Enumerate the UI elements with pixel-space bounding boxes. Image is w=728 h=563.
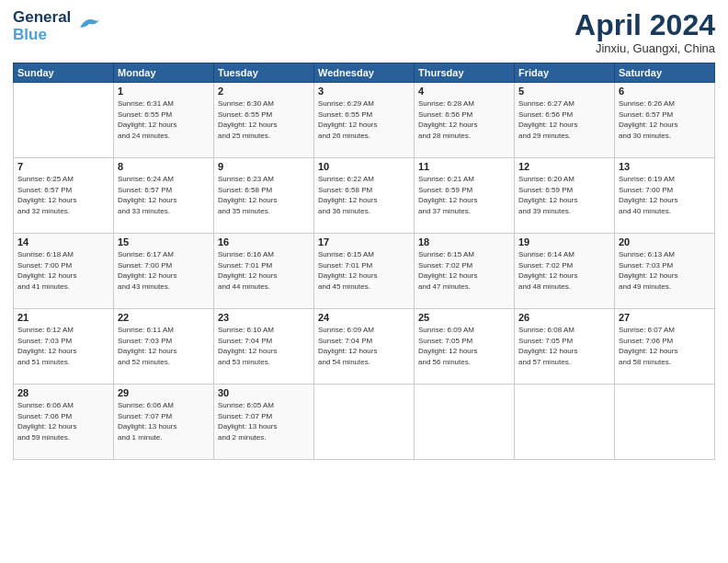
day-number: 2 bbox=[218, 86, 310, 97]
day-number: 19 bbox=[518, 236, 610, 247]
page: General Blue April 2024 Jinxiu, Guangxi,… bbox=[0, 0, 728, 563]
title-block: April 2024 Jinxiu, Guangxi, China bbox=[574, 9, 715, 55]
day-cell: 26Sunrise: 6:08 AM Sunset: 7:05 PM Dayli… bbox=[515, 309, 615, 385]
day-info: Sunrise: 6:14 AM Sunset: 7:02 PM Dayligh… bbox=[518, 249, 610, 292]
day-cell: 23Sunrise: 6:10 AM Sunset: 7:04 PM Dayli… bbox=[214, 309, 314, 385]
day-info: Sunrise: 6:09 AM Sunset: 7:04 PM Dayligh… bbox=[318, 325, 410, 367]
day-info: Sunrise: 6:27 AM Sunset: 6:56 PM Dayligh… bbox=[518, 98, 610, 141]
header-cell-tuesday: Tuesday bbox=[214, 63, 314, 83]
location: Jinxiu, Guangxi, China bbox=[574, 41, 715, 55]
logo-line1: General bbox=[13, 9, 71, 27]
day-info: Sunrise: 6:07 AM Sunset: 7:06 PM Dayligh… bbox=[619, 325, 711, 367]
day-info: Sunrise: 6:28 AM Sunset: 6:56 PM Dayligh… bbox=[418, 98, 510, 141]
day-cell: 25Sunrise: 6:09 AM Sunset: 7:05 PM Dayli… bbox=[415, 309, 515, 385]
header: General Blue April 2024 Jinxiu, Guangxi,… bbox=[13, 9, 715, 55]
day-number: 22 bbox=[118, 312, 210, 323]
week-row-3: 14Sunrise: 6:18 AM Sunset: 7:00 PM Dayli… bbox=[14, 234, 715, 309]
day-cell bbox=[515, 385, 615, 460]
logo-bird-icon bbox=[76, 15, 102, 35]
week-row-4: 21Sunrise: 6:12 AM Sunset: 7:03 PM Dayli… bbox=[14, 309, 715, 385]
day-number: 11 bbox=[418, 161, 510, 172]
day-cell: 8Sunrise: 6:24 AM Sunset: 6:57 PM Daylig… bbox=[114, 158, 214, 234]
day-number: 14 bbox=[17, 236, 109, 247]
day-cell: 3Sunrise: 6:29 AM Sunset: 6:55 PM Daylig… bbox=[314, 83, 415, 158]
day-cell: 13Sunrise: 6:19 AM Sunset: 7:00 PM Dayli… bbox=[615, 158, 715, 234]
day-info: Sunrise: 6:20 AM Sunset: 6:59 PM Dayligh… bbox=[518, 174, 610, 216]
day-cell: 2Sunrise: 6:30 AM Sunset: 6:55 PM Daylig… bbox=[214, 83, 314, 158]
day-cell: 22Sunrise: 6:11 AM Sunset: 7:03 PM Dayli… bbox=[114, 309, 214, 385]
day-number: 4 bbox=[418, 86, 510, 97]
day-number: 16 bbox=[218, 236, 310, 247]
day-info: Sunrise: 6:18 AM Sunset: 7:00 PM Dayligh… bbox=[17, 249, 109, 292]
day-number: 12 bbox=[518, 161, 610, 172]
day-info: Sunrise: 6:15 AM Sunset: 7:02 PM Dayligh… bbox=[418, 249, 510, 292]
day-cell: 5Sunrise: 6:27 AM Sunset: 6:56 PM Daylig… bbox=[515, 83, 615, 158]
day-cell bbox=[14, 83, 114, 158]
day-info: Sunrise: 6:06 AM Sunset: 7:06 PM Dayligh… bbox=[17, 400, 109, 442]
header-cell-sunday: Sunday bbox=[14, 63, 114, 83]
week-row-5: 28Sunrise: 6:06 AM Sunset: 7:06 PM Dayli… bbox=[14, 385, 715, 460]
day-info: Sunrise: 6:31 AM Sunset: 6:55 PM Dayligh… bbox=[118, 98, 210, 141]
day-cell: 27Sunrise: 6:07 AM Sunset: 7:06 PM Dayli… bbox=[615, 309, 715, 385]
day-number: 30 bbox=[218, 387, 310, 398]
header-cell-wednesday: Wednesday bbox=[314, 63, 415, 83]
day-cell bbox=[415, 385, 515, 460]
day-cell: 14Sunrise: 6:18 AM Sunset: 7:00 PM Dayli… bbox=[14, 234, 114, 309]
header-cell-friday: Friday bbox=[515, 63, 615, 83]
day-info: Sunrise: 6:11 AM Sunset: 7:03 PM Dayligh… bbox=[118, 325, 210, 367]
day-info: Sunrise: 6:12 AM Sunset: 7:03 PM Dayligh… bbox=[17, 325, 109, 367]
day-number: 23 bbox=[218, 312, 310, 323]
day-cell: 28Sunrise: 6:06 AM Sunset: 7:06 PM Dayli… bbox=[14, 385, 114, 460]
day-info: Sunrise: 6:05 AM Sunset: 7:07 PM Dayligh… bbox=[218, 400, 310, 442]
day-cell bbox=[615, 385, 715, 460]
day-info: Sunrise: 6:13 AM Sunset: 7:03 PM Dayligh… bbox=[619, 249, 711, 292]
day-number: 20 bbox=[619, 236, 711, 247]
day-number: 25 bbox=[418, 312, 510, 323]
day-cell: 17Sunrise: 6:15 AM Sunset: 7:01 PM Dayli… bbox=[314, 234, 415, 309]
day-cell: 24Sunrise: 6:09 AM Sunset: 7:04 PM Dayli… bbox=[314, 309, 415, 385]
day-number: 21 bbox=[17, 312, 109, 323]
header-cell-saturday: Saturday bbox=[615, 63, 715, 83]
logo: General Blue bbox=[13, 9, 102, 43]
day-number: 9 bbox=[218, 161, 310, 172]
month-title: April 2024 bbox=[574, 9, 715, 41]
day-number: 17 bbox=[318, 236, 410, 247]
day-info: Sunrise: 6:21 AM Sunset: 6:59 PM Dayligh… bbox=[418, 174, 510, 216]
day-cell bbox=[314, 385, 415, 460]
day-cell: 1Sunrise: 6:31 AM Sunset: 6:55 PM Daylig… bbox=[114, 83, 214, 158]
day-cell: 19Sunrise: 6:14 AM Sunset: 7:02 PM Dayli… bbox=[515, 234, 615, 309]
day-cell: 21Sunrise: 6:12 AM Sunset: 7:03 PM Dayli… bbox=[14, 309, 114, 385]
day-number: 7 bbox=[17, 161, 109, 172]
day-cell: 6Sunrise: 6:26 AM Sunset: 6:57 PM Daylig… bbox=[615, 83, 715, 158]
day-number: 29 bbox=[118, 387, 210, 398]
day-info: Sunrise: 6:09 AM Sunset: 7:05 PM Dayligh… bbox=[418, 325, 510, 367]
day-cell: 4Sunrise: 6:28 AM Sunset: 6:56 PM Daylig… bbox=[415, 83, 515, 158]
day-number: 28 bbox=[17, 387, 109, 398]
day-number: 10 bbox=[318, 161, 410, 172]
header-cell-monday: Monday bbox=[114, 63, 214, 83]
day-info: Sunrise: 6:19 AM Sunset: 7:00 PM Dayligh… bbox=[619, 174, 711, 216]
header-cell-thursday: Thursday bbox=[415, 63, 515, 83]
day-cell: 18Sunrise: 6:15 AM Sunset: 7:02 PM Dayli… bbox=[415, 234, 515, 309]
week-row-1: 1Sunrise: 6:31 AM Sunset: 6:55 PM Daylig… bbox=[14, 83, 715, 158]
day-cell: 11Sunrise: 6:21 AM Sunset: 6:59 PM Dayli… bbox=[415, 158, 515, 234]
day-info: Sunrise: 6:17 AM Sunset: 7:00 PM Dayligh… bbox=[118, 249, 210, 292]
day-cell: 7Sunrise: 6:25 AM Sunset: 6:57 PM Daylig… bbox=[14, 158, 114, 234]
logo-line2: Blue bbox=[13, 27, 47, 44]
day-number: 26 bbox=[518, 312, 610, 323]
week-row-2: 7Sunrise: 6:25 AM Sunset: 6:57 PM Daylig… bbox=[14, 158, 715, 234]
day-cell: 30Sunrise: 6:05 AM Sunset: 7:07 PM Dayli… bbox=[214, 385, 314, 460]
day-info: Sunrise: 6:26 AM Sunset: 6:57 PM Dayligh… bbox=[619, 98, 711, 141]
day-number: 6 bbox=[619, 86, 711, 97]
header-row: SundayMondayTuesdayWednesdayThursdayFrid… bbox=[14, 63, 715, 83]
day-number: 5 bbox=[518, 86, 610, 97]
day-cell: 15Sunrise: 6:17 AM Sunset: 7:00 PM Dayli… bbox=[114, 234, 214, 309]
day-number: 8 bbox=[118, 161, 210, 172]
day-info: Sunrise: 6:16 AM Sunset: 7:01 PM Dayligh… bbox=[218, 249, 310, 292]
day-info: Sunrise: 6:15 AM Sunset: 7:01 PM Dayligh… bbox=[318, 249, 410, 292]
day-number: 1 bbox=[118, 86, 210, 97]
day-info: Sunrise: 6:06 AM Sunset: 7:07 PM Dayligh… bbox=[118, 400, 210, 442]
day-info: Sunrise: 6:22 AM Sunset: 6:58 PM Dayligh… bbox=[318, 174, 410, 216]
day-cell: 10Sunrise: 6:22 AM Sunset: 6:58 PM Dayli… bbox=[314, 158, 415, 234]
day-number: 13 bbox=[619, 161, 711, 172]
